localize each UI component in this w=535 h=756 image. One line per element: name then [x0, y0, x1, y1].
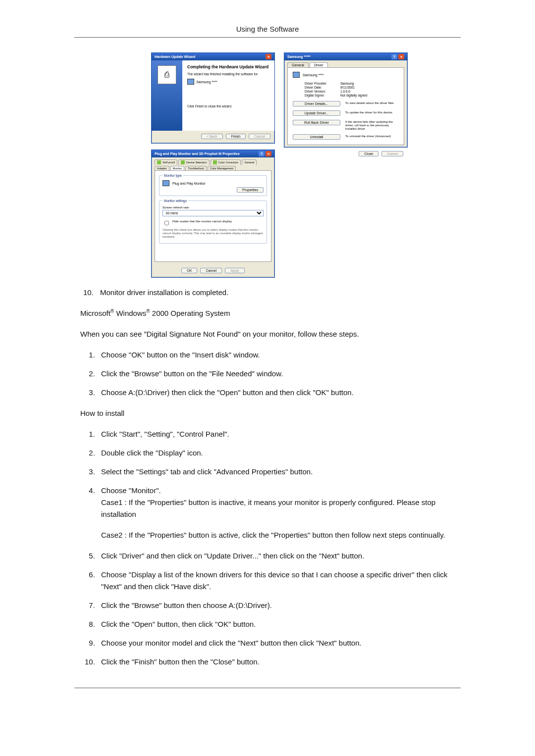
- tab-color-management[interactable]: Color Management: [208, 166, 236, 170]
- hide-modes-hint: Clearing this check box allows you to se…: [162, 228, 264, 239]
- nvidia-icon: [213, 160, 217, 164]
- steps-digital-signature: Choose "OK" button on the "Insert disk" …: [80, 349, 461, 399]
- mprop-titlebar: Plug and Play Monitor and 3D Prophet III…: [155, 152, 240, 155]
- list-item: Select the "Settings" tab and click "Adv…: [97, 466, 461, 478]
- tab-general[interactable]: General: [287, 62, 309, 67]
- help-icon[interactable]: ?: [391, 54, 397, 59]
- wizard-subtext: The wizard has finished installing the s…: [187, 72, 269, 76]
- monitor-icon: [162, 180, 169, 186]
- divider-top: [74, 37, 461, 38]
- apply-button[interactable]: Apply: [225, 268, 245, 273]
- desc: To update the driver for this device.: [345, 110, 399, 114]
- monitor-icon: [187, 79, 194, 85]
- list-item: Click "Start", "Setting", "Control Panel…: [97, 428, 461, 440]
- finish-button[interactable]: Finish: [226, 134, 246, 139]
- driver-titlebar: Samsung *****: [287, 55, 311, 58]
- tab-color-correction[interactable]: Color Correction: [211, 159, 241, 165]
- list-marker: 10.: [83, 287, 100, 299]
- cancel-button[interactable]: Cancel: [200, 268, 222, 273]
- list-item: Choose "OK" button on the "Insert disk" …: [97, 349, 461, 361]
- hide-modes-checkbox[interactable]: [164, 221, 169, 225]
- divider-bottom: [74, 688, 461, 688]
- wizard-heading: Completing the Hardware Update Wizard: [187, 64, 269, 69]
- driver-device-name: Samsung ****: [303, 73, 323, 77]
- monitor-properties-window: Plug and Play Monitor and 3D Prophet III…: [151, 150, 275, 278]
- monitor-icon: [293, 72, 300, 78]
- hide-modes-label: Hide modes that this monitor cannot disp…: [172, 219, 232, 227]
- driver-details-button[interactable]: Driver Details...: [293, 101, 340, 106]
- device-icon: ⎙: [158, 65, 176, 84]
- tab-troubleshoot[interactable]: Troubleshoot: [185, 166, 206, 170]
- list-item: Choose A:(D:\Driver) then click the "Ope…: [97, 387, 461, 399]
- page-title: Using the Software: [74, 25, 461, 33]
- close-icon[interactable]: ×: [266, 151, 271, 156]
- refresh-rate-select[interactable]: 60 Hertz: [162, 210, 264, 216]
- rollback-driver-button[interactable]: Roll Back Driver: [293, 120, 340, 125]
- list-item: Click the "Browse" button on the "File N…: [97, 368, 461, 380]
- wizard-side-art: ⎙: [152, 60, 182, 131]
- steps-install: Click "Start", "Setting", "Control Panel…: [80, 428, 461, 668]
- tab-adapter[interactable]: Adapter: [155, 166, 169, 170]
- list-item: Click the "Open" button, then click "OK"…: [97, 618, 461, 630]
- os-heading: Microsoft® Windows® 2000 Operating Syste…: [80, 307, 461, 319]
- tab-device-selection[interactable]: Device Selection: [178, 159, 210, 165]
- screenshots-row: Hardware Update Wizard × ⎙ Completing th…: [98, 52, 461, 278]
- tab-driver[interactable]: Driver: [310, 62, 328, 67]
- cancel-button[interactable]: Cancel: [249, 134, 270, 139]
- properties-button[interactable]: Properties: [237, 187, 264, 193]
- nvidia-icon: [181, 160, 185, 164]
- update-driver-button[interactable]: Update Driver...: [293, 110, 340, 116]
- nvidia-icon: [157, 160, 161, 164]
- wizard-titlebar: Hardware Update Wizard: [155, 55, 195, 58]
- close-icon[interactable]: ×: [266, 54, 271, 59]
- cancel-button[interactable]: Cancel: [381, 151, 403, 156]
- case1-text: Case1 : If the "Properties" button is in…: [101, 497, 461, 520]
- list-item: Double click the "Display" icon.: [97, 447, 461, 459]
- driver-properties-window: Samsung ***** ? × General Driver Samsung…: [284, 52, 408, 148]
- value: Samsung: [340, 82, 354, 85]
- wizard-finish-note: Click Finish to close the wizard.: [187, 104, 269, 108]
- close-icon[interactable]: ×: [398, 54, 404, 59]
- label: Digital Signer:: [305, 94, 337, 97]
- value: 1.0.0.0: [340, 90, 350, 93]
- value: Not digitally signed: [340, 94, 368, 97]
- label: Driver Provider:: [305, 82, 337, 85]
- monitor-settings-legend: Monitor settings: [162, 199, 188, 202]
- close-button[interactable]: Close: [359, 151, 378, 156]
- ok-button[interactable]: OK: [181, 268, 197, 273]
- label: Driver Date:: [305, 86, 337, 89]
- tab-general[interactable]: General: [242, 159, 257, 165]
- list-item: Choose your monitor model and click the …: [97, 637, 461, 649]
- help-icon[interactable]: ?: [259, 151, 265, 156]
- desc: If the device fails after updating the d…: [345, 120, 399, 130]
- monitor-name: Plug and Play Monitor: [172, 182, 206, 185]
- tab-monitor[interactable]: Monitor: [170, 166, 185, 170]
- uninstall-button[interactable]: Uninstall: [293, 134, 340, 140]
- list-item: Monitor driver installation is completed…: [100, 287, 228, 299]
- dsnf-paragraph: When you can see "Digital Signature Not …: [80, 328, 461, 340]
- document-body: 10. Monitor driver installation is compl…: [80, 287, 461, 668]
- list-item: Choose "Monitor".Case1 : If the "Propert…: [97, 485, 461, 541]
- wizard-device-name: Samsung ****: [196, 80, 217, 84]
- list-item: Choose "Display a list of the known driv…: [97, 569, 461, 593]
- value: 9/11/2001: [340, 86, 355, 89]
- monitor-type-legend: Monitor type: [162, 174, 183, 177]
- list-item: Click "Driver" and then click on "Update…: [97, 550, 461, 562]
- tab-geforce3[interactable]: GeForce3: [155, 159, 177, 165]
- refresh-rate-label: Screen refresh rate:: [162, 205, 264, 209]
- case2-text: Case2 : If the "Properties" button is ac…: [101, 529, 461, 541]
- hardware-update-wizard-window: Hardware Update Wizard × ⎙ Completing th…: [151, 52, 275, 144]
- label: Driver Version:: [305, 90, 337, 93]
- list-item: Click the "Browse" button then choose A:…: [97, 600, 461, 611]
- back-button[interactable]: < Back: [201, 134, 223, 139]
- howto-heading: How to install: [80, 407, 461, 419]
- list-item: Click the "Finish" button then the "Clos…: [97, 656, 461, 668]
- desc: To view details about the driver files.: [345, 101, 399, 104]
- desc: To uninstall the driver (Advanced).: [345, 134, 399, 138]
